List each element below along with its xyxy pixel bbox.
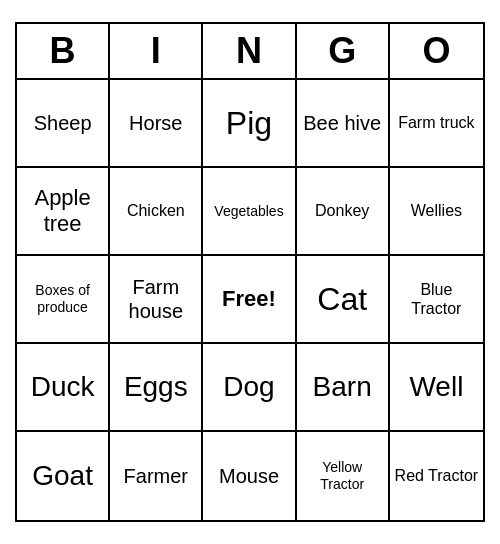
bingo-card: BINGO SheepHorsePigBee hiveFarm truckApp…	[15, 22, 485, 522]
bingo-cell-3: Bee hive	[297, 80, 390, 168]
bingo-cell-2: Pig	[203, 80, 296, 168]
bingo-cell-8: Donkey	[297, 168, 390, 256]
bingo-cell-21: Farmer	[110, 432, 203, 520]
bingo-cell-0: Sheep	[17, 80, 110, 168]
bingo-cell-22: Mouse	[203, 432, 296, 520]
bingo-cell-18: Barn	[297, 344, 390, 432]
bingo-cell-15: Duck	[17, 344, 110, 432]
header-letter-g: G	[297, 24, 390, 78]
bingo-cell-10: Boxes of produce	[17, 256, 110, 344]
header-letter-b: B	[17, 24, 110, 78]
bingo-cell-23: Yellow Tractor	[297, 432, 390, 520]
header-letter-n: N	[203, 24, 296, 78]
bingo-cell-1: Horse	[110, 80, 203, 168]
bingo-cell-24: Red Tractor	[390, 432, 483, 520]
bingo-cell-20: Goat	[17, 432, 110, 520]
bingo-cell-7: Vegetables	[203, 168, 296, 256]
bingo-cell-9: Wellies	[390, 168, 483, 256]
bingo-cell-13: Cat	[297, 256, 390, 344]
bingo-grid: SheepHorsePigBee hiveFarm truckApple tre…	[17, 80, 483, 520]
bingo-cell-14: Blue Tractor	[390, 256, 483, 344]
bingo-cell-5: Apple tree	[17, 168, 110, 256]
header-letter-i: I	[110, 24, 203, 78]
bingo-cell-6: Chicken	[110, 168, 203, 256]
bingo-header: BINGO	[17, 24, 483, 80]
bingo-cell-11: Farm house	[110, 256, 203, 344]
header-letter-o: O	[390, 24, 483, 78]
bingo-cell-16: Eggs	[110, 344, 203, 432]
bingo-cell-19: Well	[390, 344, 483, 432]
bingo-cell-12: Free!	[203, 256, 296, 344]
bingo-cell-17: Dog	[203, 344, 296, 432]
bingo-cell-4: Farm truck	[390, 80, 483, 168]
